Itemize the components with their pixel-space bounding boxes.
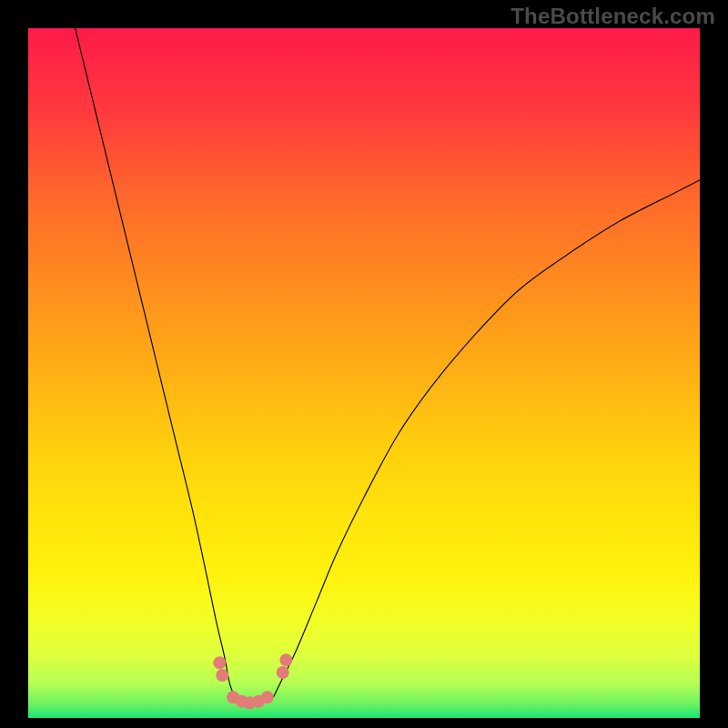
marker-point — [216, 669, 228, 682]
marker-point — [213, 656, 226, 669]
marker-point — [261, 691, 274, 703]
plot-area — [28, 28, 700, 718]
chart-svg — [28, 28, 700, 718]
marker-point — [277, 666, 289, 679]
chart-outer-frame: TheBottleneck.com — [0, 0, 728, 728]
marker-point — [279, 653, 292, 666]
watermark-text: TheBottleneck.com — [511, 4, 715, 29]
gradient-background — [28, 28, 700, 718]
